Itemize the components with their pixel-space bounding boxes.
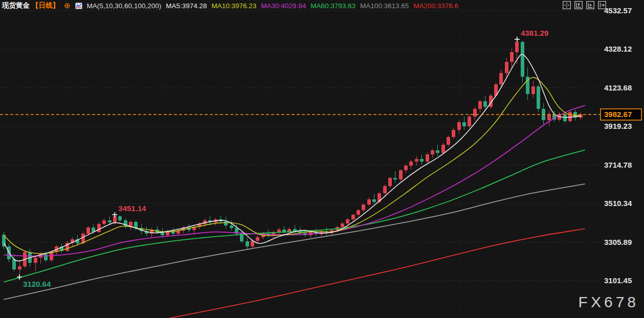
ma5-value: MA5:3974.28 <box>166 2 207 10</box>
candle-up <box>256 237 259 241</box>
candle-up <box>367 199 371 205</box>
y-axis-tick-label: 4328.12 <box>604 44 632 53</box>
candlestick-chart[interactable]: 4381.293451.143120.644532.574328.124123.… <box>0 0 644 318</box>
ma200-value: MA200:3376.6 <box>413 2 458 10</box>
candle-down <box>293 229 297 231</box>
candle-up <box>129 222 132 226</box>
candle-up <box>505 62 508 73</box>
candle-up <box>457 122 461 130</box>
candle-up <box>510 52 514 61</box>
ma-line-ma60 <box>4 150 585 282</box>
candle-down <box>44 254 48 260</box>
candle-down <box>224 221 228 225</box>
candle-up <box>102 220 106 224</box>
current-price-value: 3982.67 <box>604 110 632 119</box>
candle-up <box>515 42 519 53</box>
price-annotation: 4381.29 <box>521 29 548 37</box>
candle-up <box>362 205 365 210</box>
candle-up <box>113 216 117 222</box>
candle-up <box>341 223 344 227</box>
ma60-value: MA60:3793.63 <box>310 2 356 10</box>
candle-up <box>383 186 387 193</box>
candle-up <box>441 145 445 152</box>
candle-down <box>7 246 11 259</box>
candle-down <box>436 150 439 152</box>
auto-scroll-tool-icon[interactable] <box>586 1 594 9</box>
candle-up <box>409 162 413 165</box>
candle-down <box>108 220 112 222</box>
candle-down <box>393 178 397 179</box>
ma10-value: MA10:3976.23 <box>212 2 257 10</box>
candle-up <box>34 258 37 263</box>
indicator-chart-icon[interactable] <box>75 3 82 9</box>
candle-up <box>346 219 349 223</box>
candle-down <box>420 159 424 161</box>
candle-down <box>118 216 122 220</box>
candle-up <box>86 228 90 233</box>
candle-down <box>483 101 487 107</box>
chart-header: 现货黄金 【日线】 ⊕ MA(5,10,30,60,100,200) MA5:3… <box>2 1 458 11</box>
candle-up <box>18 266 21 269</box>
candle-down <box>563 115 567 121</box>
add-indicator-icon[interactable]: ⊕ <box>64 2 71 9</box>
candle-up <box>388 178 392 186</box>
price-annotation: 3120.64 <box>23 280 51 288</box>
candle-up <box>531 86 535 94</box>
candle-up <box>452 130 455 138</box>
ma-settings-label[interactable]: MA(5,10,30,60,100,200) <box>87 2 162 10</box>
symbol-name: 现货黄金 <box>2 1 30 10</box>
candle-down <box>521 42 524 77</box>
y-axis-tick-label: 4532.57 <box>604 6 632 15</box>
shift-right-tool-icon[interactable] <box>598 1 606 9</box>
candle-down <box>372 199 376 201</box>
y-axis-tick-label: 3305.89 <box>604 238 632 246</box>
candle-up <box>50 252 53 260</box>
y-axis-tick-label: 3101.45 <box>604 276 632 285</box>
candle-down <box>246 241 249 246</box>
candle-down <box>537 86 540 109</box>
ma-line-ma100 <box>4 184 585 300</box>
candle-up <box>473 109 477 117</box>
candle-up <box>447 137 450 145</box>
candle-up <box>499 73 503 84</box>
chart-app-window: 4381.293451.143120.644532.574328.124123.… <box>0 0 644 318</box>
crosshair-tool-icon[interactable] <box>563 1 571 9</box>
candle-up <box>426 154 429 162</box>
y-axis-tick-label: 3510.34 <box>604 199 632 208</box>
candle-down <box>230 225 233 228</box>
ma-line-ma5 <box>4 54 581 261</box>
candle-up <box>404 166 408 171</box>
candle-up <box>478 101 482 109</box>
candle-down <box>462 122 466 126</box>
timeframe-label[interactable]: 【日线】 <box>32 1 59 10</box>
chart-toolbar <box>563 1 606 9</box>
candle-down <box>12 259 16 269</box>
watermark: FX678 <box>579 293 639 311</box>
ma-line-ma10 <box>4 78 581 254</box>
candle-up <box>415 159 418 162</box>
price-annotation: 3451.14 <box>118 204 146 213</box>
candle-up <box>468 117 471 126</box>
candle-up <box>431 150 434 154</box>
candle-up <box>399 170 403 179</box>
scale-up-tool-icon[interactable] <box>574 1 583 9</box>
candle-up <box>357 210 360 215</box>
ma100-value: MA100:3613.65 <box>360 2 409 10</box>
candle-up <box>351 215 355 219</box>
ma30-value: MA30:4029.84 <box>261 2 306 10</box>
candle-up <box>97 224 101 232</box>
y-axis-tick-label: 3714.78 <box>604 161 632 169</box>
y-axis-tick-label: 3919.23 <box>604 122 632 130</box>
candle-up <box>251 241 254 246</box>
y-axis-tick-label: 4123.68 <box>604 83 632 92</box>
